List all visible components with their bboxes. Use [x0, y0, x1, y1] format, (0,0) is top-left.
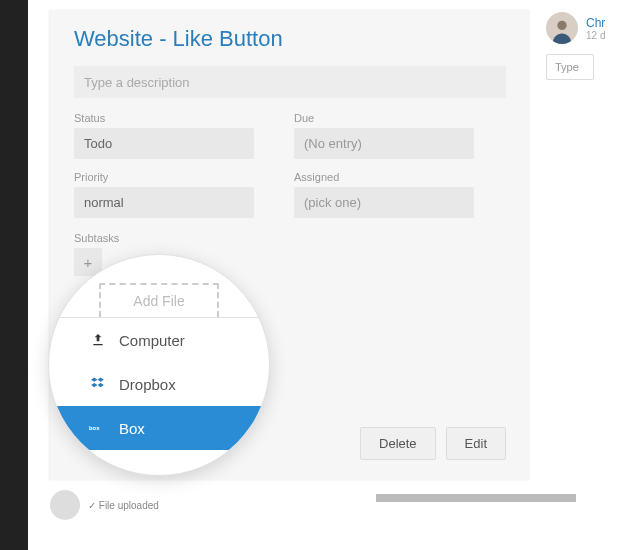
box-icon: box [89, 419, 107, 437]
bottom-activity: ✓ File uploaded [50, 490, 159, 520]
file-uploaded-status: ✓ File uploaded [88, 500, 159, 511]
due-label: Due [294, 112, 474, 124]
menu-item-label: Computer [119, 332, 185, 349]
activity-user-name: Chr [586, 16, 605, 30]
menu-item-label: Box [119, 420, 145, 437]
file-source-menu: Computer Dropbox box Box [49, 317, 269, 450]
due-value[interactable]: (No entry) [294, 128, 474, 159]
assigned-label: Assigned [294, 171, 474, 183]
edit-button[interactable]: Edit [446, 427, 506, 460]
task-title[interactable]: Website - Like Button [74, 26, 506, 52]
upload-icon [89, 331, 107, 349]
priority-label: Priority [74, 171, 254, 183]
svg-point-0 [557, 21, 566, 30]
left-nav-strip [0, 0, 28, 550]
activity-sidebar: Chr 12 d Type [546, 12, 636, 80]
delete-button[interactable]: Delete [360, 427, 436, 460]
status-label: Status [74, 112, 254, 124]
menu-item-dropbox[interactable]: Dropbox [49, 362, 269, 406]
menu-item-label: Dropbox [119, 376, 176, 393]
status-value[interactable]: Todo [74, 128, 254, 159]
zoom-highlight-circle: Add File Computer Dropbox box Box [48, 254, 270, 476]
type-input[interactable]: Type [546, 54, 594, 80]
add-file-dropzone[interactable]: Add File [99, 283, 219, 317]
activity-user-time: 12 d [586, 30, 605, 41]
menu-item-box[interactable]: box Box [49, 406, 269, 450]
svg-text:box: box [89, 425, 100, 431]
avatar [546, 12, 578, 44]
subtasks-label: Subtasks [74, 232, 506, 244]
avatar [50, 490, 80, 520]
description-input[interactable] [74, 66, 506, 98]
dropbox-icon [89, 375, 107, 393]
activity-user-row: Chr 12 d [546, 12, 636, 44]
assigned-value[interactable]: (pick one) [294, 187, 474, 218]
priority-value[interactable]: normal [74, 187, 254, 218]
bottom-bar [376, 494, 576, 502]
menu-item-computer[interactable]: Computer [49, 318, 269, 362]
